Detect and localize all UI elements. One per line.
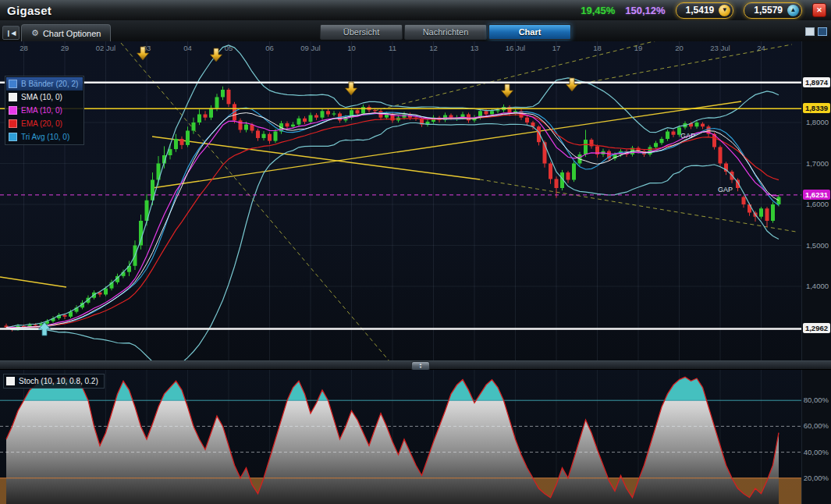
date-label: 09 Jul [300, 44, 320, 52]
legend-swatch-icon [9, 93, 17, 101]
candle [268, 134, 272, 141]
candle [127, 266, 131, 272]
candle [666, 132, 669, 139]
date-label: 23 Jul [710, 44, 730, 52]
tab-chart-options-label: Chart Optionen [43, 29, 101, 38]
candle [356, 110, 360, 113]
tab-nachrichten[interactable]: Nachrichten [404, 24, 487, 40]
bid-button[interactable]: 1,5419 ▼ [676, 2, 734, 19]
date-label: 06 [265, 44, 274, 52]
candle [584, 140, 588, 154]
candle [695, 122, 699, 126]
panel-splitter[interactable]: ▲▼ [0, 360, 831, 370]
candle [332, 113, 336, 114]
price-axis-label: 1,6000 [806, 200, 829, 208]
collapse-panel-icon[interactable]: ❙◀ [2, 26, 20, 40]
candle [192, 122, 196, 131]
legend-swatch-icon [9, 119, 17, 128]
stoch-swatch-icon [6, 377, 15, 385]
candle [303, 119, 307, 122]
candle [549, 164, 552, 179]
legend-label: SMA (10, 0) [21, 93, 62, 101]
date-label: 18 [593, 44, 602, 52]
candle [262, 134, 266, 138]
bid-price: 1,5419 [686, 5, 715, 16]
tab-uebersicht[interactable]: Übersicht [320, 24, 403, 40]
price-chart-panel: 282902 Jul0304050609 Jul1011121316 Jul17… [0, 41, 831, 360]
close-icon[interactable]: ✕ [812, 3, 826, 17]
date-label: 17 [552, 44, 561, 52]
price-axis-label: 1,8974 [803, 77, 830, 87]
candle [701, 124, 705, 127]
price-axis-label: 1,6231 [803, 190, 830, 200]
price-axis-label: 1,4000 [806, 282, 829, 290]
candle [63, 315, 67, 317]
candle [555, 179, 559, 188]
candle [485, 111, 488, 114]
candle [197, 115, 201, 123]
candle [314, 115, 318, 118]
legend-item[interactable]: Tri Avg (10, 0) [6, 130, 83, 144]
gap-annotation: GAP [718, 186, 733, 193]
stochastic-chart[interactable] [0, 370, 802, 504]
tab-chart-options[interactable]: ⚙ Chart Optionen [21, 24, 111, 41]
tab-chart[interactable]: Chart [488, 24, 571, 40]
percent-axis[interactable]: 80,00%60,00%40,00%20,00% [801, 370, 831, 504]
legend-item[interactable]: EMA (10, 0) [6, 104, 83, 117]
header-right: 19,45% 150,12% 1,5419 ▼ 1,5579 ▲ ✕ [581, 2, 831, 19]
candle [748, 204, 751, 213]
instrument-title: Gigaset [0, 4, 51, 17]
panel-window-controls [805, 27, 827, 36]
candle [572, 164, 576, 180]
candle [256, 131, 260, 138]
candle [742, 197, 746, 204]
candlestick-chart[interactable]: 282902 Jul0304050609 Jul1011121316 Jul17… [0, 41, 802, 360]
legend-item[interactable]: SMA (10, 0) [6, 91, 83, 104]
legend-item[interactable]: EMA (20, 0) [6, 117, 83, 130]
indicator-legend: B Bänder (20, 2)SMA (10, 0)EMA (10, 0)EM… [5, 76, 84, 145]
candle [525, 118, 529, 122]
stochastic-legend[interactable]: Stoch (10, 10, 0.8, 0.2) [3, 374, 105, 389]
date-label: 28 [20, 44, 28, 52]
candle [566, 172, 570, 179]
stochastic-panel: Stoch (10, 10, 0.8, 0.2) 80,00%60,00%40,… [0, 370, 831, 504]
header: Gigaset 19,45% 150,12% 1,5419 ▼ 1,5579 ▲… [0, 0, 831, 21]
restore-panel-icon[interactable] [805, 27, 815, 36]
percent-axis-label: 40,00% [804, 448, 829, 456]
candle [321, 111, 325, 117]
candle [373, 110, 377, 111]
ask-button[interactable]: 1,5579 ▲ [744, 2, 802, 19]
date-label: 16 Jul [506, 44, 525, 52]
date-label: 02 Jul [96, 44, 115, 52]
date-label: 13 [471, 44, 479, 52]
candle [496, 110, 500, 111]
candle [291, 125, 295, 127]
price-axis[interactable]: 1,89741,83391,80001,70001,62311,60001,50… [801, 41, 831, 360]
maximize-panel-icon[interactable] [818, 27, 827, 36]
trading-app-window: Gigaset 19,45% 150,12% 1,5419 ▼ 1,5579 ▲… [0, 0, 831, 504]
gap-annotation: GAP [680, 132, 695, 140]
date-label: 04 [183, 44, 192, 52]
performance-percent: 150,12% [625, 5, 665, 16]
date-label: 29 [61, 44, 69, 52]
candle [490, 111, 494, 114]
candle [174, 139, 178, 149]
legend-label: EMA (10, 0) [21, 106, 62, 115]
price-axis-label: 1,8000 [806, 118, 829, 126]
candle [244, 125, 248, 130]
sell-arrow-icon: ▼ [719, 5, 730, 16]
candle [139, 221, 143, 246]
candle [274, 132, 278, 141]
candle [449, 115, 453, 118]
price-axis-label: 1,5000 [806, 241, 829, 250]
candle [672, 132, 676, 135]
date-label: 10 [347, 44, 356, 52]
legend-label: EMA (20, 0) [21, 119, 62, 128]
candle [227, 90, 231, 104]
tab-bar: ❙◀ ⚙ Chart Optionen Übersicht Nachrichte… [0, 20, 831, 42]
candle [221, 90, 225, 97]
candle [297, 119, 301, 125]
legend-item[interactable]: B Bänder (20, 2) [6, 77, 83, 91]
candle [186, 131, 190, 145]
candle [777, 197, 781, 204]
